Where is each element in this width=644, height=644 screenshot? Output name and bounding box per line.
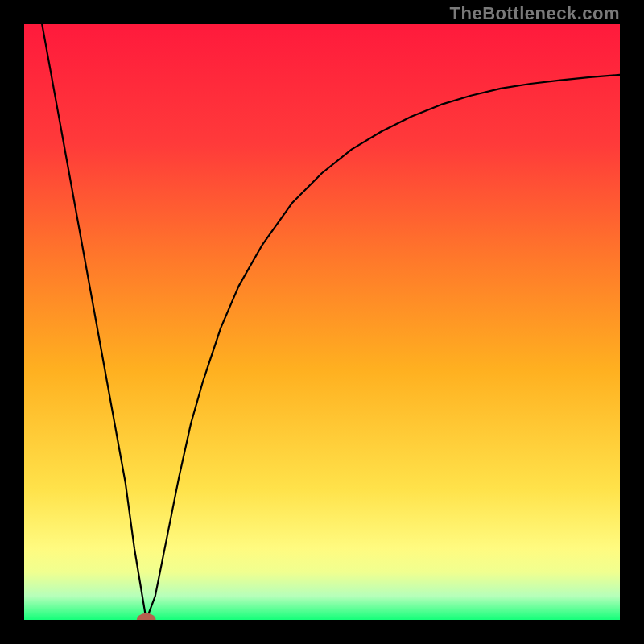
plot-area	[24, 24, 620, 620]
chart-frame: TheBottleneck.com	[0, 0, 644, 644]
chart-canvas	[24, 24, 620, 620]
background-gradient	[24, 24, 620, 620]
watermark-label: TheBottleneck.com	[450, 3, 620, 24]
